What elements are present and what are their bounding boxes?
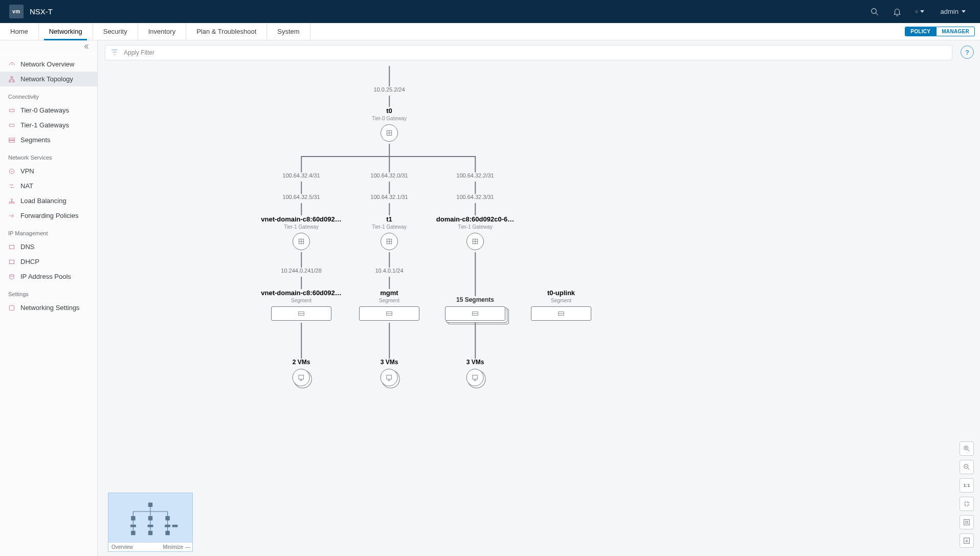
svg-rect-39 bbox=[299, 375, 303, 379]
sidebar-item-networking-settings[interactable]: Networking Settings bbox=[0, 300, 97, 315]
sidebar-item-label: Networking Settings bbox=[20, 304, 80, 312]
minimap-preview bbox=[108, 493, 192, 542]
secondary-nav: Home Networking Security Inventory Plan … bbox=[0, 23, 980, 40]
sidebar-item-dhcp[interactable]: DHCP bbox=[0, 254, 97, 269]
vm-group-node[interactable]: 3 VMs bbox=[466, 359, 484, 386]
minimap-title: Overview bbox=[112, 544, 133, 550]
sidebar-item-label: Forwarding Policies bbox=[20, 212, 78, 219]
filter-placeholder: Apply Filter bbox=[124, 49, 154, 56]
tab-home[interactable]: Home bbox=[0, 23, 39, 40]
sidebar-item-load-balancing[interactable]: Load Balancing bbox=[0, 193, 97, 208]
segment-group-node[interactable]: 15 Segments bbox=[434, 296, 516, 321]
segment-node[interactable]: t0-uplink Segment bbox=[520, 289, 602, 321]
sidebar-item-label: Segments bbox=[20, 136, 51, 144]
vm-group-node[interactable]: 3 VMs bbox=[381, 359, 398, 386]
svg-point-16 bbox=[13, 202, 14, 203]
sidebar-item-tier0-gateways[interactable]: Tier-0 Gateways bbox=[0, 103, 97, 118]
mode-policy-button[interactable]: POLICY bbox=[905, 27, 936, 36]
caret-down-icon bbox=[962, 10, 966, 13]
sidebar-item-tier1-gateways[interactable]: Tier-1 Gateways bbox=[0, 118, 97, 132]
settings-icon bbox=[8, 304, 15, 312]
link-ip: 100.64.32.5/31 bbox=[282, 194, 320, 200]
sidebar-item-vpn[interactable]: VPN bbox=[0, 164, 97, 179]
help-button[interactable]: ? bbox=[961, 46, 974, 59]
t1-gateway-node[interactable]: t1 Tier-1 Gateway bbox=[348, 215, 430, 250]
link-ip: 100.64.32.1/31 bbox=[370, 194, 408, 200]
svg-rect-5 bbox=[11, 76, 13, 77]
segment-icon bbox=[8, 137, 15, 144]
tab-networking[interactable]: Networking bbox=[39, 23, 93, 40]
minimap-footer: Overview Minimize— bbox=[108, 542, 192, 551]
vm-group-node[interactable]: 2 VMs bbox=[293, 359, 310, 386]
segment-node[interactable]: vnet-domain-c8:60d092… Segment bbox=[260, 289, 342, 321]
t1-gateway-node[interactable]: vnet-domain-c8:60d092… Tier-1 Gateway bbox=[260, 215, 342, 250]
svg-rect-9 bbox=[9, 124, 14, 126]
nat-icon bbox=[8, 183, 15, 190]
t0-gateway-node[interactable]: t0 Tier-0 Gateway bbox=[372, 107, 407, 142]
segment-node[interactable]: mgmt Segment bbox=[348, 289, 430, 321]
bell-icon[interactable] bbox=[893, 7, 902, 16]
svg-rect-57 bbox=[172, 525, 177, 527]
sidebar-collapse[interactable] bbox=[0, 40, 97, 55]
svg-rect-20 bbox=[9, 305, 14, 310]
sidebar-item-label: DNS bbox=[20, 243, 34, 251]
sidebar-item-label: Network Topology bbox=[20, 75, 73, 83]
sidebar-item-label: Network Overview bbox=[20, 60, 74, 68]
svg-point-15 bbox=[11, 202, 12, 203]
minimap[interactable]: Overview Minimize— bbox=[108, 493, 193, 552]
svg-rect-6 bbox=[9, 80, 11, 81]
svg-rect-61 bbox=[148, 531, 152, 535]
sidebar-item-label: Load Balancing bbox=[20, 197, 66, 205]
tab-inventory[interactable]: Inventory bbox=[138, 23, 186, 40]
chevron-left-icon bbox=[83, 43, 97, 52]
svg-rect-52 bbox=[131, 525, 136, 527]
topology-diagram: 10.0.25.2/24 t0 Tier-0 Gateway 100.64.32… bbox=[98, 66, 980, 556]
link-ip: 100.64.32.4/31 bbox=[282, 172, 320, 179]
mode-toggle: POLICY MANAGER bbox=[905, 23, 980, 40]
sidebar-item-network-overview[interactable]: Network Overview bbox=[0, 57, 97, 72]
tab-system[interactable]: System bbox=[267, 23, 310, 40]
sidebar-item-nat[interactable]: NAT bbox=[0, 179, 97, 193]
gateway-icon bbox=[466, 233, 484, 250]
segment-ip: 10.4.0.1/24 bbox=[375, 268, 403, 274]
topology-icon bbox=[8, 76, 15, 83]
filter-bar[interactable]: Apply Filter bbox=[105, 45, 952, 60]
sidebar-item-network-topology[interactable]: Network Topology bbox=[0, 72, 97, 86]
dhcp-icon bbox=[8, 258, 15, 265]
svg-rect-59 bbox=[131, 531, 135, 535]
vpn-icon bbox=[8, 168, 15, 175]
sidebar-item-forwarding-policies[interactable]: Forwarding Policies bbox=[0, 208, 97, 223]
router-icon bbox=[8, 122, 15, 129]
tab-security[interactable]: Security bbox=[93, 23, 138, 40]
mode-manager-button[interactable]: MANAGER bbox=[936, 27, 975, 36]
tab-plan-troubleshoot[interactable]: Plan & Troubleshoot bbox=[186, 23, 267, 40]
segment-icon bbox=[271, 306, 331, 321]
vm-icon bbox=[293, 369, 310, 386]
svg-rect-40 bbox=[387, 375, 391, 379]
gateway-icon bbox=[293, 233, 310, 250]
minimap-minimize-button[interactable]: Minimize— bbox=[163, 544, 189, 550]
t1-gateway-node[interactable]: domain-c8:60d092c0-6… Tier-1 Gateway bbox=[434, 215, 516, 250]
user-menu[interactable]: admin bbox=[938, 8, 966, 15]
svg-rect-50 bbox=[166, 517, 169, 520]
vm-icon bbox=[381, 369, 398, 386]
sidebar-header-settings: Settings bbox=[0, 284, 97, 300]
loadbalancer-icon bbox=[8, 197, 15, 205]
search-icon[interactable] bbox=[870, 7, 879, 16]
sidebar-item-dns[interactable]: DNS bbox=[0, 239, 97, 254]
sidebar-item-segments[interactable]: Segments bbox=[0, 132, 97, 147]
sidebar-header-connectivity: Connectivity bbox=[0, 86, 97, 103]
svg-rect-48 bbox=[148, 517, 152, 520]
sidebar-item-label: IP Address Pools bbox=[20, 273, 71, 280]
svg-rect-8 bbox=[9, 109, 14, 112]
sidebar-item-ip-address-pools[interactable]: IP Address Pools bbox=[0, 269, 97, 284]
topology-canvas[interactable]: Apply Filter ? 1:1 10.0.25.2/24 t0 Tier-… bbox=[98, 40, 980, 556]
help-icon[interactable] bbox=[915, 7, 924, 16]
svg-rect-17 bbox=[9, 245, 14, 249]
sidebar-item-label: VPN bbox=[20, 167, 34, 175]
dashboard-icon bbox=[8, 61, 15, 68]
sidebar-item-label: Tier-1 Gateways bbox=[20, 121, 69, 129]
svg-point-13 bbox=[11, 198, 12, 199]
svg-point-14 bbox=[9, 202, 10, 203]
svg-rect-56 bbox=[165, 525, 170, 527]
